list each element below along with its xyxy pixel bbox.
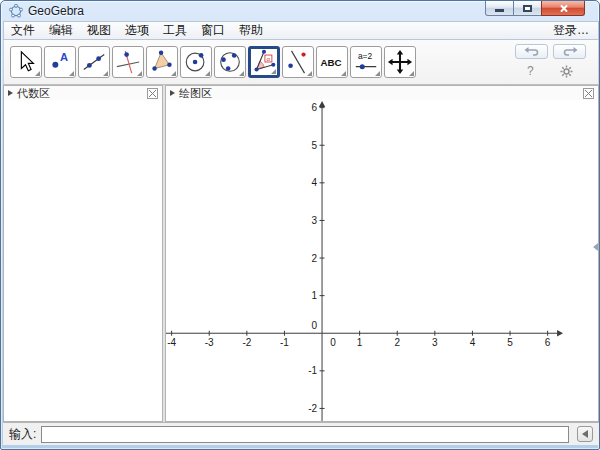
algebra-panel: 代数区 [3,85,163,422]
algebra-collapse-icon[interactable] [8,90,13,96]
redo-button[interactable] [553,44,586,59]
y-axis-arrow-icon [319,101,325,107]
undo-icon [524,46,540,57]
y-tick-label: -1 [308,365,317,376]
tool-dropdown-corner-icon [171,71,176,76]
gear-icon [560,65,573,78]
tool-dropdown-corner-icon [35,71,40,76]
tool-dropdown-corner-icon [271,69,276,74]
maximize-icon [523,5,532,12]
command-input[interactable] [41,426,569,443]
y-tick-label: 2 [311,253,317,264]
y-tick-label: 1 [311,290,317,301]
menu-item-file[interactable]: 文件 [4,20,42,41]
algebra-panel-title: 代数区 [17,86,50,101]
y-tick-label: 5 [311,140,317,151]
window-title: GeoGebra [28,4,84,18]
tool-dropdown-corner-icon [137,71,142,76]
geogebra-logo-icon [9,4,23,18]
tool-slider-button[interactable]: a=2 [350,46,382,78]
x-axis-arrow-icon [557,330,563,336]
tool-dropdown-corner-icon [103,71,108,76]
maximize-button[interactable] [514,1,541,16]
graphics-panel-header: 绘图区 [166,86,598,100]
svg-text:A: A [60,51,68,63]
tool-dropdown-corner-icon [409,71,414,76]
graphics-close-button[interactable] [583,88,594,99]
input-label: 输入: [9,426,36,443]
menubar-items: 文件编辑视图选项工具窗口帮助 [4,20,270,41]
tool-line-button[interactable] [78,46,110,78]
menu-item-edit[interactable]: 编辑 [42,20,80,41]
menu-item-view[interactable]: 视图 [80,20,118,41]
tool-point-button[interactable]: A [44,46,76,78]
y-tick-label: 3 [311,215,317,226]
x-tick-label: 1 [357,337,363,348]
undo-button[interactable] [515,44,548,59]
y-tick-label: 6 [311,102,317,113]
x-tick-label: 6 [545,337,551,348]
input-help-button[interactable] [577,426,593,442]
redo-icon [562,46,578,57]
window-controls [485,1,585,16]
x-tick-label: -2 [242,337,251,348]
graphics-panel-title: 绘图区 [179,86,212,101]
svg-text:ABC: ABC [321,57,342,68]
settings-gear-button[interactable] [560,65,573,78]
minimize-button[interactable] [485,1,514,16]
menubar: 文件编辑视图选项工具窗口帮助 登录… [3,21,599,40]
left-triangle-icon [582,430,588,438]
panel-collapse-handle-icon[interactable] [593,243,598,251]
tool-angle-button[interactable]: α [248,46,280,78]
tool-conic-through-points-button[interactable] [214,46,246,78]
tool-reflect-button[interactable] [282,46,314,78]
tool-dropdown-corner-icon [307,71,312,76]
tool-dropdown-corner-icon [239,71,244,76]
x-tick-label: 0 [330,337,336,348]
close-panel-icon [147,88,158,99]
close-button[interactable] [541,1,585,16]
x-tick-label: 2 [394,337,400,348]
menu-item-tools[interactable]: 工具 [156,20,194,41]
y-tick-label: 4 [311,177,317,188]
svg-text:a=2: a=2 [358,51,373,61]
tool-dropdown-corner-icon [341,71,346,76]
tool-dropdown-corner-icon [69,71,74,76]
x-tick-label: 3 [432,337,438,348]
x-tick-label: 4 [470,337,476,348]
tool-circle-with-center-button[interactable] [180,46,212,78]
tool-move-graphics-view-button[interactable] [384,46,416,78]
x-tick-label: -4 [167,337,176,348]
tool-move-button[interactable] [10,46,42,78]
menu-item-help[interactable]: 帮助 [232,20,270,41]
minimize-icon [495,9,504,12]
graphics-panel: 绘图区 -4-3-2-10123456654321-1-20 [165,85,599,422]
input-bar: 输入: [3,422,599,445]
main-area: 代数区 绘图区 [3,85,599,422]
y-tick-label: -2 [308,403,317,414]
titlebar: GeoGebra [1,1,599,21]
x-tick-label: 5 [507,337,513,348]
origin-label: 0 [311,320,317,331]
algebra-close-button[interactable] [147,88,158,99]
tool-text-button[interactable]: ABC [316,46,348,78]
svg-text:α: α [267,56,271,62]
help-button[interactable]: ? [527,64,534,78]
toolbar: AαABCa=2 ? [3,40,599,85]
close-icon [558,3,569,14]
tool-dropdown-corner-icon [205,71,210,76]
login-button[interactable]: 登录… [553,22,598,39]
tool-dropdown-corner-icon [375,71,380,76]
menu-item-options[interactable]: 选项 [118,20,156,41]
menu-item-window[interactable]: 窗口 [194,20,232,41]
tool-perpendicular-line-button[interactable] [112,46,144,78]
axes-svg: -4-3-2-10123456654321-1-20 [166,100,596,421]
toolbar-right: ? [514,44,586,78]
graphics-canvas[interactable]: -4-3-2-10123456654321-1-20 [166,100,598,421]
graphics-collapse-icon[interactable] [170,90,175,96]
toolbar-tools: AαABCa=2 [10,46,418,78]
tool-polygon-button[interactable] [146,46,178,78]
x-tick-label: -3 [205,337,214,348]
geogebra-window: GeoGebra 文件编辑视图选项工具窗口帮助 登录… AαABCa=2 [0,0,600,450]
x-tick-label: -1 [280,337,289,348]
